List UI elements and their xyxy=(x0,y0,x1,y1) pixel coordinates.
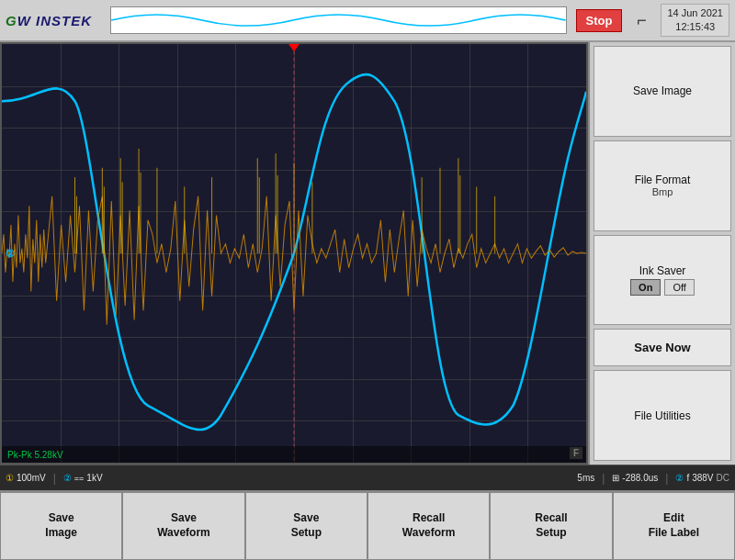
waveform-display xyxy=(2,44,586,463)
params-bar: ① 100mV | ② == 1kV 5ms | ⊞ -288.0us | ② … xyxy=(0,465,735,490)
save-setup-button[interactable]: Save Setup xyxy=(245,492,368,560)
ink-saver-options: On Off xyxy=(630,279,695,296)
freq-param: ② f 388V DC xyxy=(675,473,729,483)
cursor-triangle xyxy=(288,44,300,51)
ch2-param: ② == 1kV xyxy=(63,473,103,483)
run-icon: ⌐ xyxy=(629,8,653,32)
cursor-param: ⊞ -288.0us xyxy=(612,473,658,483)
ink-saver-button[interactable]: Ink Saver On Off xyxy=(594,235,731,326)
screen-status: Pk-Pk 5.28kV xyxy=(2,446,586,463)
ch1-param: ① 100mV xyxy=(6,473,46,483)
pk-pk-value: Pk-Pk 5.28kV xyxy=(7,450,63,460)
save-now-button[interactable]: Save Now xyxy=(594,329,731,366)
file-utilities-button[interactable]: File Utilities xyxy=(594,370,731,461)
time-param: 5ms xyxy=(577,473,594,483)
save-image-button[interactable]: Save Image xyxy=(594,46,731,137)
datetime: 14 Jun 2021 12:15:43 xyxy=(661,4,729,38)
save-image-bottom-button[interactable]: Save Image xyxy=(0,492,122,560)
main-area: ② F Pk-Pk 5.28kV Save Image File Format … xyxy=(0,42,735,465)
ink-saver-off[interactable]: Off xyxy=(664,279,694,296)
bottom-bar: Save Image Save Waveform Save Setup Reca… xyxy=(0,490,735,560)
scope-screen: ② F Pk-Pk 5.28kV xyxy=(0,42,588,465)
top-bar: GW INSTEK Stop ⌐ 14 Jun 2021 12:15:43 xyxy=(0,0,735,42)
right-panel: Save Image File Format Bmp Ink Saver On … xyxy=(588,42,735,465)
waveform-preview xyxy=(110,6,567,34)
file-format-button[interactable]: File Format Bmp xyxy=(594,140,731,231)
recall-waveform-button[interactable]: Recall Waveform xyxy=(368,492,490,560)
stop-button[interactable]: Stop xyxy=(576,9,623,32)
logo: GW INSTEK xyxy=(6,13,92,28)
edit-file-label-button[interactable]: Edit File Label xyxy=(613,492,735,560)
recall-setup-button[interactable]: Recall Setup xyxy=(490,492,612,560)
save-waveform-button[interactable]: Save Waveform xyxy=(122,492,244,560)
ch2-marker: ② xyxy=(6,248,15,260)
ink-saver-on[interactable]: On xyxy=(630,279,661,296)
